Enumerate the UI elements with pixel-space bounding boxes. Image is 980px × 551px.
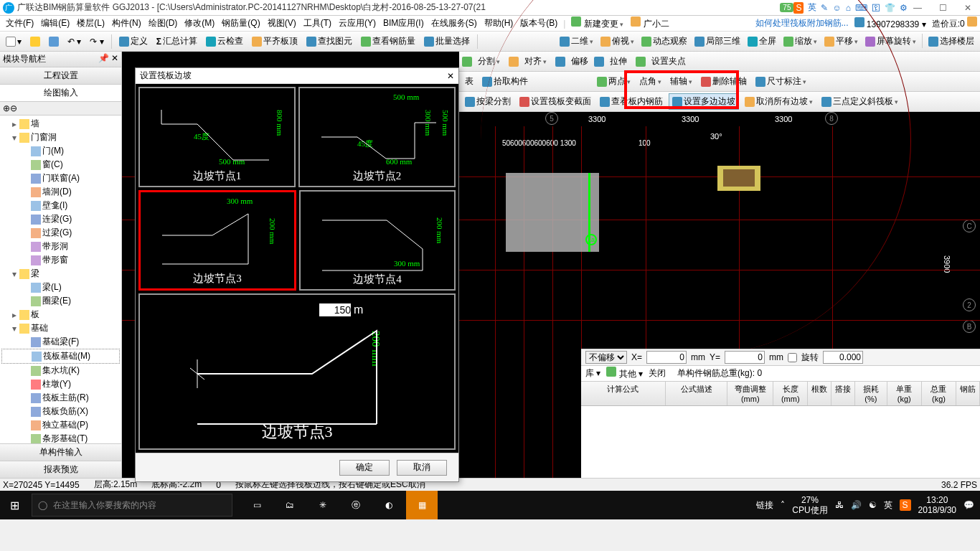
tray-link[interactable]: 链接	[756, 499, 773, 512]
tree-node-壁龛(I)[interactable]: 壁龛(I)	[1, 199, 120, 212]
tree-node-基础[interactable]: ▾基础	[1, 321, 120, 335]
tree-node-板[interactable]: ▸板	[1, 308, 120, 321]
menu-draw[interactable]: 绘图(D)	[146, 16, 181, 31]
tray-up-icon[interactable]: ˄	[781, 500, 785, 510]
taskview-icon[interactable]: ▭	[241, 491, 273, 519]
tree-node-墙洞(D)[interactable]: 墙洞(D)	[1, 185, 120, 199]
ime-i7[interactable]: ⚙	[900, 3, 908, 13]
tree-node-过梁(G)[interactable]: 过梁(G)	[1, 226, 120, 240]
tree-node-基础梁(F)[interactable]: 基础梁(F)	[1, 335, 120, 349]
minimize-button[interactable]: —	[908, 3, 928, 13]
slope-node-3[interactable]: 300 mm 200 mm 边坡节点3	[138, 190, 296, 291]
menu-rebar[interactable]: 钢筋量(Q)	[219, 16, 263, 31]
define-button[interactable]: 定义	[116, 34, 151, 49]
expand-all-icon[interactable]: ⊕⊖	[3, 103, 17, 113]
col-5[interactable]: 搭接	[831, 382, 855, 405]
tab-project-settings[interactable]: 工程设置	[0, 67, 121, 85]
menu-bim[interactable]: BIM应用(I)	[380, 16, 427, 31]
tree-node-门联窗(A)[interactable]: 门联窗(A)	[1, 171, 120, 185]
cloud-check-button[interactable]: 云检查	[203, 34, 246, 49]
menu-modify[interactable]: 修改(M)	[182, 16, 217, 31]
tray-sogou[interactable]: S	[900, 499, 911, 511]
level-top-button[interactable]: 平齐板顶	[249, 34, 301, 49]
menu-floor[interactable]: 楼层(L)	[74, 16, 108, 31]
open-button[interactable]	[27, 35, 43, 48]
pdf-icon[interactable]: ▦	[406, 491, 438, 519]
menu-tools[interactable]: 工具(T)	[301, 16, 334, 31]
tree-node-筏板基础(M)[interactable]: 筏板基础(M)	[1, 349, 120, 364]
col-4[interactable]: 根数	[808, 382, 831, 405]
cpu-meter[interactable]: 27%CPU使用	[792, 495, 827, 516]
sum-button[interactable]: Σ 汇总计算	[154, 34, 200, 49]
menu-help[interactable]: 帮助(H)	[481, 16, 517, 31]
col-1[interactable]: 公式描述	[666, 382, 728, 405]
close-panel-button[interactable]: 关闭	[649, 367, 666, 380]
col-2[interactable]: 弯曲调整(mm)	[727, 382, 773, 405]
y-input[interactable]	[725, 351, 765, 364]
tray-vol-icon[interactable]: 🔊	[851, 500, 862, 510]
ime-i5[interactable]: ⚿	[872, 3, 880, 13]
pin-icon[interactable]: 📌 ✕	[98, 53, 118, 65]
tree-node-条形基础(T)[interactable]: 条形基础(T)	[1, 432, 120, 443]
tree-node-窗(C)[interactable]: 窗(C)	[1, 158, 120, 171]
search-box[interactable]: ◯ 在这里输入你要搜索的内容	[32, 494, 232, 517]
new-button[interactable]: ▾	[3, 35, 24, 48]
tree-node-梁[interactable]: ▾梁	[1, 267, 120, 281]
maximize-button[interactable]: ☐	[933, 3, 953, 13]
table-button[interactable]: 表	[462, 74, 476, 89]
edge-icon[interactable]: ⓔ	[340, 491, 372, 519]
tree-node-筏板负筋(X)[interactable]: 筏板负筋(X)	[1, 405, 120, 418]
other-button[interactable]: 其他 ▾	[606, 367, 643, 380]
select-floor-button[interactable]: 选择楼层	[925, 34, 977, 49]
batch-select-button[interactable]: 批量选择	[421, 34, 473, 49]
tree-node-独立基础(P)[interactable]: 独立基础(P)	[1, 418, 120, 432]
tree-node-连梁(G)[interactable]: 连梁(G)	[1, 212, 120, 226]
clock[interactable]: 13:202018/9/30	[918, 495, 956, 516]
app3-icon[interactable]: ◐	[373, 491, 405, 519]
ok-button[interactable]: 确定	[339, 460, 390, 476]
x-input[interactable]	[646, 351, 687, 364]
tree-node-门(M)[interactable]: 门(M)	[1, 144, 120, 158]
tree-node-柱墩(Y)[interactable]: 柱墩(Y)	[1, 377, 120, 391]
dialog-close-button[interactable]: ✕	[447, 71, 454, 81]
tree-node-墙[interactable]: ▸墙	[1, 117, 120, 131]
app2-icon[interactable]: ✳	[307, 491, 339, 519]
tree-node-筏板主筋(R)[interactable]: 筏板主筋(R)	[1, 391, 120, 405]
tree-node-带形洞[interactable]: 带形洞	[1, 240, 120, 253]
slope-node-1[interactable]: 800 mm 45度 500 mm 边坡节点1	[138, 87, 296, 187]
tray-ime1[interactable]: ☯	[869, 500, 877, 510]
close-button[interactable]: ✕	[958, 3, 977, 13]
notification-icon[interactable]: 💬	[963, 500, 974, 510]
offset-select[interactable]: 不偏移	[585, 351, 627, 364]
undo-button[interactable]: ↶ ▾	[65, 35, 84, 48]
view-rebar-button[interactable]: 查看钢筋量	[358, 34, 418, 49]
tab-single-input[interactable]: 单构件输入	[0, 443, 121, 461]
dialog-titlebar[interactable]: 设置筏板边坡 ✕	[136, 68, 458, 84]
tab-report-preview[interactable]: 报表预览	[0, 461, 121, 478]
cancel-button[interactable]: 取消	[397, 460, 447, 476]
save-button[interactable]	[46, 35, 62, 48]
tree-node-集水坑(K)[interactable]: 集水坑(K)	[1, 364, 120, 377]
slope-width-input[interactable]	[319, 303, 351, 316]
menu-edit[interactable]: 编辑(E)	[38, 16, 72, 31]
rotate-input[interactable]	[823, 351, 863, 364]
tray-ime2[interactable]: 英	[884, 499, 892, 512]
tree-node-梁(L)[interactable]: 梁(L)	[1, 281, 120, 294]
app1-icon[interactable]: 🗂	[274, 491, 306, 519]
menu-cloud[interactable]: 云应用(Y)	[336, 16, 379, 31]
find-button[interactable]: 查找图元	[303, 34, 355, 49]
ime-i6[interactable]: 👕	[885, 3, 895, 13]
rotate-checkbox[interactable]	[788, 353, 797, 362]
menu-file[interactable]: 文件(F)	[3, 16, 37, 31]
tab-draw-input[interactable]: 绘图输入	[0, 85, 121, 102]
col-8[interactable]: 总重(kg)	[922, 382, 956, 405]
col-6[interactable]: 损耗(%)	[855, 382, 887, 405]
col-7[interactable]: 单重(kg)	[887, 382, 922, 405]
menu-online[interactable]: 在线服务(S)	[428, 16, 480, 31]
start-button[interactable]: ⊞	[0, 491, 29, 519]
tree-node-门窗洞[interactable]: ▾门窗洞	[1, 131, 120, 144]
tree-node-带形窗[interactable]: 带形窗	[1, 253, 120, 267]
menu-component[interactable]: 构件(N)	[109, 16, 144, 31]
tree-node-圈梁(E)[interactable]: 圈梁(E)	[1, 294, 120, 308]
col-3[interactable]: 长度(mm)	[773, 382, 808, 405]
